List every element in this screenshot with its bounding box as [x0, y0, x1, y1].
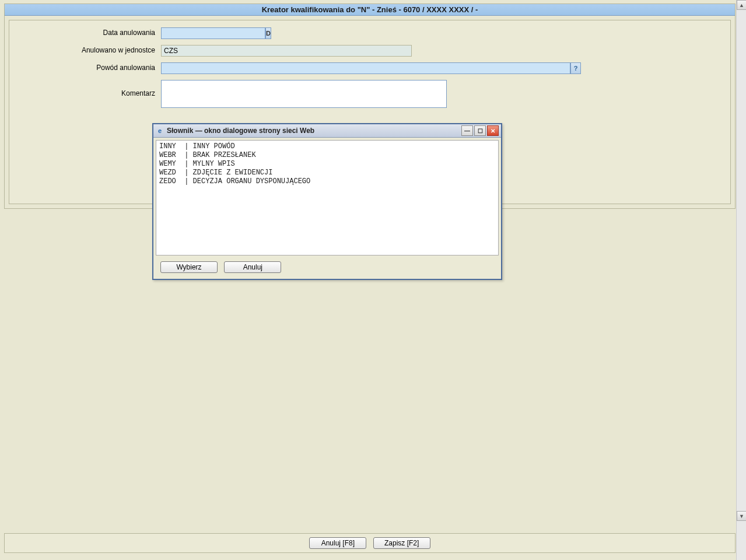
scroll-down-icon[interactable]: ▼ [737, 511, 746, 521]
row-comment: Komentarz [16, 80, 723, 108]
maximize-icon[interactable]: ☐ [474, 125, 486, 136]
dialog-button-row: Wybierz Anuluj [153, 258, 501, 279]
comment-textarea[interactable] [161, 80, 447, 108]
row-date: Data anulowania D [16, 27, 723, 39]
dialog-title-text: Słownik — okno dialogowe strony sieci We… [167, 127, 314, 135]
close-icon[interactable]: ✕ [487, 125, 499, 136]
reason-lookup-button[interactable]: ? [570, 62, 581, 74]
label-reason: Powód anulowania [16, 62, 161, 72]
dialog-select-button[interactable]: Wybierz [160, 261, 218, 273]
window-title: Kreator kwalifikowania do "N" - Znieś - … [5, 4, 735, 16]
scroll-up-icon[interactable]: ▲ [737, 0, 746, 10]
dictionary-item[interactable]: WEBR | BRAK PRZESŁANEK [159, 151, 495, 160]
dialog-cancel-button[interactable]: Anuluj [224, 261, 281, 273]
minimize-icon[interactable]: — [461, 125, 473, 136]
date-field-wrap: D [161, 27, 225, 39]
ie-icon: e [156, 127, 164, 135]
label-unit: Anulowano w jednostce [16, 45, 161, 54]
dictionary-item[interactable]: WEZD | ZDJĘCIE Z EWIDENCJI [159, 169, 495, 177]
date-input[interactable] [161, 27, 265, 39]
reason-input[interactable] [161, 62, 570, 74]
label-comment: Komentarz [16, 80, 161, 97]
unit-field: CZS [161, 45, 412, 57]
dialog-list[interactable]: INNY | INNY POWÓDWEBR | BRAK PRZESŁANEKW… [156, 140, 499, 256]
dictionary-item[interactable]: ZEDO | DECYZJA ORGANU DYSPONUJĄCEGO [159, 177, 495, 186]
label-date: Data anulowania [16, 27, 161, 37]
dictionary-dialog: e Słownik — okno dialogowe strony sieci … [152, 123, 502, 280]
row-reason: Powód anulowania ? [16, 62, 723, 74]
row-unit: Anulowano w jednostce CZS [16, 45, 723, 57]
bottom-toolbar: Anuluj [F8] Zapisz [F2] [4, 533, 736, 553]
page-scrollbar[interactable]: ▲ ▼ [736, 0, 746, 560]
dictionary-item[interactable]: INNY | INNY POWÓD [159, 142, 495, 151]
dialog-titlebar: e Słownik — okno dialogowe strony sieci … [153, 124, 501, 138]
reason-field-wrap: ? [161, 62, 581, 74]
dialog-window-controls: — ☐ ✕ [461, 125, 499, 136]
cancel-button[interactable]: Anuluj [F8] [309, 537, 366, 549]
save-button[interactable]: Zapisz [F2] [373, 537, 430, 549]
dictionary-item[interactable]: WEMY | MYLNY WPIS [159, 160, 495, 169]
date-picker-button[interactable]: D [265, 27, 271, 39]
